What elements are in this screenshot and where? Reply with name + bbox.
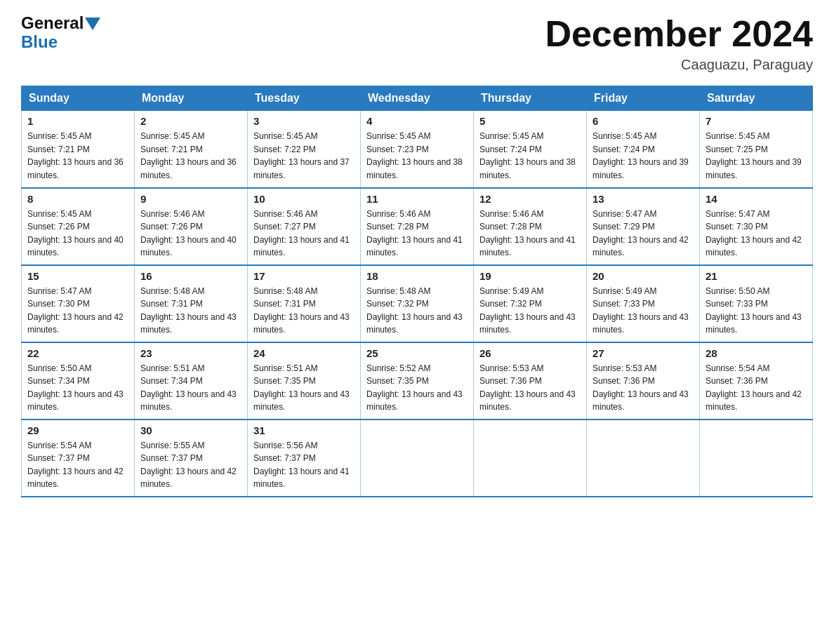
sunrise-label: Sunrise: 5:53 AM: [479, 363, 543, 373]
daylight-label: Daylight: 13 hours and 38 minutes.: [479, 157, 576, 180]
daylight-label: Daylight: 13 hours and 43 minutes.: [253, 312, 350, 335]
table-row: 22 Sunrise: 5:50 AM Sunset: 7:34 PM Dayl…: [22, 342, 135, 420]
sunset-label: Sunset: 7:32 PM: [366, 299, 429, 309]
header-tuesday: Tuesday: [248, 86, 361, 111]
daylight-label: Daylight: 13 hours and 43 minutes.: [140, 389, 237, 412]
day-info: Sunrise: 5:49 AM Sunset: 7:32 PM Dayligh…: [479, 285, 581, 337]
page-header: General Blue December 2024 Caaguazu, Par…: [21, 14, 813, 73]
sunrise-label: Sunrise: 5:56 AM: [253, 441, 317, 450]
day-info: Sunrise: 5:56 AM Sunset: 7:37 PM Dayligh…: [253, 439, 355, 491]
daylight-label: Daylight: 13 hours and 38 minutes.: [366, 157, 463, 180]
day-number: 26: [479, 347, 581, 359]
table-row: 14 Sunrise: 5:47 AM Sunset: 7:30 PM Dayl…: [700, 188, 813, 265]
location-subtitle: Caaguazu, Paraguay: [545, 57, 813, 73]
sunrise-label: Sunrise: 5:48 AM: [253, 286, 317, 296]
day-number: 19: [479, 270, 581, 282]
table-row: 24 Sunrise: 5:51 AM Sunset: 7:35 PM Dayl…: [248, 342, 361, 420]
sunset-label: Sunset: 7:26 PM: [140, 222, 203, 232]
table-row: 25 Sunrise: 5:52 AM Sunset: 7:35 PM Dayl…: [361, 342, 474, 420]
day-info: Sunrise: 5:53 AM Sunset: 7:36 PM Dayligh…: [593, 362, 694, 414]
sunset-label: Sunset: 7:28 PM: [479, 222, 542, 232]
day-info: Sunrise: 5:54 AM Sunset: 7:36 PM Dayligh…: [706, 362, 807, 414]
sunset-label: Sunset: 7:24 PM: [479, 145, 542, 154]
day-info: Sunrise: 5:48 AM Sunset: 7:32 PM Dayligh…: [366, 285, 468, 337]
sunrise-label: Sunrise: 5:46 AM: [366, 209, 430, 219]
sunset-label: Sunset: 7:21 PM: [27, 145, 90, 154]
day-number: 21: [706, 270, 807, 282]
day-info: Sunrise: 5:51 AM Sunset: 7:35 PM Dayligh…: [253, 362, 355, 414]
day-info: Sunrise: 5:45 AM Sunset: 7:21 PM Dayligh…: [27, 130, 128, 182]
sunrise-label: Sunrise: 5:45 AM: [253, 131, 317, 141]
day-number: 7: [706, 115, 807, 127]
sunset-label: Sunset: 7:34 PM: [140, 376, 203, 386]
daylight-label: Daylight: 13 hours and 43 minutes.: [479, 389, 576, 412]
daylight-label: Daylight: 13 hours and 42 minutes.: [706, 235, 802, 258]
day-number: 2: [140, 115, 241, 127]
sunset-label: Sunset: 7:31 PM: [253, 299, 316, 309]
daylight-label: Daylight: 13 hours and 43 minutes.: [479, 312, 576, 335]
sunrise-label: Sunrise: 5:45 AM: [366, 131, 430, 141]
table-row: 27 Sunrise: 5:53 AM Sunset: 7:36 PM Dayl…: [587, 342, 700, 420]
sunrise-label: Sunrise: 5:47 AM: [593, 209, 656, 219]
day-info: Sunrise: 5:45 AM Sunset: 7:24 PM Dayligh…: [593, 130, 694, 182]
day-number: 14: [706, 193, 807, 205]
logo-general: General: [21, 14, 84, 32]
day-info: Sunrise: 5:45 AM Sunset: 7:21 PM Dayligh…: [140, 130, 241, 182]
calendar-table: Sunday Monday Tuesday Wednesday Thursday…: [21, 86, 813, 497]
table-row: 19 Sunrise: 5:49 AM Sunset: 7:32 PM Dayl…: [474, 265, 587, 342]
sunrise-label: Sunrise: 5:51 AM: [253, 363, 317, 373]
sunset-label: Sunset: 7:26 PM: [27, 222, 90, 232]
day-info: Sunrise: 5:49 AM Sunset: 7:33 PM Dayligh…: [593, 285, 694, 337]
daylight-label: Daylight: 13 hours and 42 minutes.: [140, 467, 237, 490]
day-number: 23: [140, 347, 241, 359]
sunset-label: Sunset: 7:33 PM: [706, 299, 768, 309]
table-row: 29 Sunrise: 5:54 AM Sunset: 7:37 PM Dayl…: [22, 420, 135, 497]
day-number: 13: [593, 193, 694, 205]
day-info: Sunrise: 5:45 AM Sunset: 7:23 PM Dayligh…: [366, 130, 468, 182]
sunrise-label: Sunrise: 5:45 AM: [27, 209, 91, 219]
daylight-label: Daylight: 13 hours and 42 minutes.: [27, 312, 124, 335]
table-row: [474, 420, 587, 497]
table-row: 9 Sunrise: 5:46 AM Sunset: 7:26 PM Dayli…: [135, 188, 248, 265]
daylight-label: Daylight: 13 hours and 40 minutes.: [27, 235, 124, 258]
day-number: 30: [140, 424, 241, 436]
daylight-label: Daylight: 13 hours and 39 minutes.: [706, 157, 802, 180]
sunrise-label: Sunrise: 5:46 AM: [253, 209, 317, 219]
table-row: 31 Sunrise: 5:56 AM Sunset: 7:37 PM Dayl…: [248, 420, 361, 497]
calendar-week-row: 15 Sunrise: 5:47 AM Sunset: 7:30 PM Dayl…: [22, 265, 813, 342]
sunrise-label: Sunrise: 5:45 AM: [27, 131, 91, 141]
sunrise-label: Sunrise: 5:50 AM: [706, 286, 769, 296]
daylight-label: Daylight: 13 hours and 42 minutes.: [706, 389, 802, 412]
header-friday: Friday: [587, 86, 700, 111]
day-number: 1: [27, 115, 128, 127]
daylight-label: Daylight: 13 hours and 43 minutes.: [27, 389, 124, 412]
sunrise-label: Sunrise: 5:53 AM: [593, 363, 656, 373]
sunrise-label: Sunrise: 5:45 AM: [593, 131, 656, 141]
sunset-label: Sunset: 7:37 PM: [253, 453, 316, 463]
daylight-label: Daylight: 13 hours and 43 minutes.: [706, 312, 802, 335]
sunset-label: Sunset: 7:28 PM: [366, 222, 429, 232]
daylight-label: Daylight: 13 hours and 41 minutes.: [253, 235, 350, 258]
table-row: [361, 420, 474, 497]
daylight-label: Daylight: 13 hours and 43 minutes.: [593, 389, 689, 412]
daylight-label: Daylight: 13 hours and 43 minutes.: [140, 312, 237, 335]
table-row: 15 Sunrise: 5:47 AM Sunset: 7:30 PM Dayl…: [22, 265, 135, 342]
sunset-label: Sunset: 7:29 PM: [593, 222, 655, 232]
table-row: 11 Sunrise: 5:46 AM Sunset: 7:28 PM Dayl…: [361, 188, 474, 265]
sunset-label: Sunset: 7:37 PM: [27, 453, 90, 463]
table-row: 16 Sunrise: 5:48 AM Sunset: 7:31 PM Dayl…: [135, 265, 248, 342]
header-saturday: Saturday: [700, 86, 813, 111]
sunrise-label: Sunrise: 5:51 AM: [140, 363, 204, 373]
daylight-label: Daylight: 13 hours and 40 minutes.: [140, 235, 237, 258]
header-monday: Monday: [135, 86, 248, 111]
sunset-label: Sunset: 7:35 PM: [366, 376, 429, 386]
table-row: 10 Sunrise: 5:46 AM Sunset: 7:27 PM Dayl…: [248, 188, 361, 265]
sunset-label: Sunset: 7:22 PM: [253, 145, 316, 154]
sunset-label: Sunset: 7:37 PM: [140, 453, 203, 463]
day-number: 28: [706, 347, 807, 359]
table-row: 21 Sunrise: 5:50 AM Sunset: 7:33 PM Dayl…: [700, 265, 813, 342]
calendar-week-row: 1 Sunrise: 5:45 AM Sunset: 7:21 PM Dayli…: [22, 111, 813, 188]
daylight-label: Daylight: 13 hours and 42 minutes.: [27, 467, 124, 490]
day-info: Sunrise: 5:50 AM Sunset: 7:34 PM Dayligh…: [27, 362, 128, 414]
day-number: 27: [593, 347, 694, 359]
